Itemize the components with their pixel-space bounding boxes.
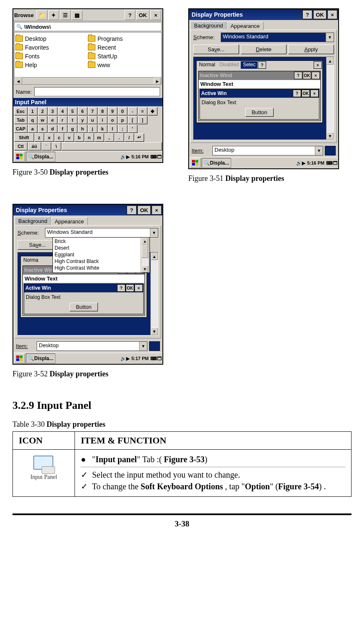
taskbar-item-display[interactable]: 🔍 Displa... [202, 158, 231, 168]
scheme-combo[interactable]: Windows Standard ▼ [45, 228, 158, 238]
save-button[interactable]: Save... [193, 45, 239, 54]
scroll-down-icon[interactable]: ▼ [142, 265, 148, 273]
list-item[interactable]: High Contrast White [53, 265, 149, 271]
scroll-up-icon[interactable]: ▲ [151, 253, 158, 260]
tab-background[interactable]: Background [15, 217, 51, 225]
tray-icon[interactable]: 🔊 [120, 356, 126, 361]
help-button[interactable]: ? [125, 10, 135, 20]
key[interactable]: 0 [118, 107, 127, 115]
close-button[interactable]: × [327, 10, 337, 19]
folder-item[interactable]: Help [15, 60, 88, 69]
tab-appearance[interactable]: Appearance [51, 217, 87, 225]
scroll-down-icon[interactable]: ▼ [327, 132, 334, 140]
tray-icon[interactable]: ▶ [126, 356, 130, 361]
key[interactable]: z [35, 133, 44, 142]
scroll-up-icon[interactable]: ▲ [327, 57, 334, 65]
dropdown-icon[interactable]: ▼ [139, 342, 147, 351]
tab-appearance[interactable]: Appearance [227, 22, 263, 30]
key[interactable]: d [48, 125, 57, 133]
key[interactable]: u [88, 116, 97, 124]
dropdown-icon[interactable]: ▼ [315, 146, 323, 155]
scroll-down-icon[interactable]: ▼ [151, 328, 158, 335]
key[interactable]: j [88, 125, 97, 133]
key[interactable]: t [68, 116, 77, 124]
tray-icon[interactable]: 🔊 [120, 154, 126, 160]
key-esc[interactable]: Esc [14, 107, 27, 115]
folder-item[interactable]: Fonts [15, 52, 88, 60]
item-combo[interactable]: Desktop ▼ [212, 146, 323, 155]
dropdown-icon[interactable]: ▼ [150, 228, 158, 237]
taskbar-item-display[interactable]: 🔍 Displa... [26, 353, 55, 363]
key[interactable]: c [55, 133, 64, 142]
folder-item[interactable]: Desktop [15, 34, 88, 43]
apply-button[interactable]: Apply [288, 45, 334, 54]
list-item[interactable]: High Contrast Black [53, 258, 149, 265]
scroll-right-icon[interactable]: ► [154, 78, 161, 85]
key[interactable]: n [85, 133, 94, 142]
vertical-scrollbar[interactable]: ▲ ▼ [326, 57, 334, 140]
file-list[interactable]: Desktop Favorites Fonts Help Programs Re… [14, 32, 162, 85]
list-scrollbar[interactable]: ▲ ▼ [140, 238, 150, 273]
key[interactable]: g [68, 125, 77, 133]
key[interactable]: p [118, 116, 127, 124]
key[interactable]: [ [128, 116, 137, 124]
key[interactable]: ] [138, 116, 147, 124]
list-item[interactable]: Eggplant [53, 251, 149, 258]
color-swatch[interactable] [325, 146, 336, 155]
vertical-scrollbar[interactable]: ▲ ▼ [150, 253, 158, 335]
key[interactable]: v [65, 133, 74, 142]
details-view-button[interactable]: ▦ [72, 10, 82, 20]
key-backspace[interactable]: ◆ [148, 107, 157, 115]
start-button[interactable] [14, 353, 25, 363]
close-button[interactable]: × [150, 10, 161, 20]
key[interactable]: i [98, 116, 107, 124]
key-tab[interactable]: Tab [14, 116, 27, 124]
key[interactable]: 9 [108, 107, 117, 115]
key[interactable]: 2 [38, 107, 47, 115]
list-view-button[interactable]: ☰ [60, 10, 71, 20]
desktop-icon[interactable]: 🗔 [333, 160, 337, 165]
key[interactable]: k [98, 125, 107, 133]
key[interactable]: 5 [68, 107, 77, 115]
key[interactable]: 4 [58, 107, 67, 115]
dropdown-icon[interactable]: ▼ [326, 33, 334, 42]
scheme-dropdown-list[interactable]: Brick Desert Eggplant High Contrast Blac… [52, 237, 150, 273]
scroll-left-icon[interactable]: ◄ [15, 78, 22, 85]
key[interactable]: 8 [98, 107, 107, 115]
tray-icon[interactable]: ▶ [126, 154, 130, 160]
key[interactable]: - [128, 107, 137, 115]
key[interactable]: h [78, 125, 87, 133]
folder-item[interactable]: Recent [88, 43, 160, 52]
address-bar[interactable]: 🔍 \Windows\ [14, 22, 162, 31]
tab-background[interactable]: Background [190, 21, 227, 30]
scroll-up-icon[interactable]: ▲ [142, 238, 148, 245]
start-button[interactable] [190, 158, 201, 168]
scheme-combo[interactable]: Windows Standard ▼ [221, 33, 334, 42]
ok-button[interactable]: OK [313, 10, 327, 19]
key-ctrl[interactable]: Ctl [14, 142, 27, 150]
color-swatch[interactable] [149, 341, 160, 351]
key-enter[interactable]: ↵ [135, 133, 144, 142]
key[interactable]: / [125, 133, 134, 142]
key[interactable]: \ [52, 142, 61, 150]
name-input[interactable] [34, 87, 160, 96]
sip-icon[interactable]: ⌨ [326, 160, 333, 166]
soft-keyboard[interactable]: Esc 1 2 3 4 5 6 7 8 9 0 - = ◆ Tab [13, 106, 162, 151]
key[interactable]: 7 [88, 107, 97, 115]
ok-button[interactable]: OK [137, 205, 151, 215]
key[interactable]: a [28, 125, 37, 133]
key[interactable]: ' [128, 125, 137, 133]
key-space[interactable] [62, 142, 162, 150]
key[interactable]: f [58, 125, 67, 133]
key[interactable]: w [38, 116, 47, 124]
key[interactable]: l [108, 125, 117, 133]
list-item[interactable]: Brick [53, 238, 149, 245]
help-button[interactable]: ? [127, 205, 137, 215]
key-shift[interactable]: Shift [14, 133, 34, 142]
key[interactable]: o [108, 116, 117, 124]
horizontal-scrollbar[interactable]: ◄ ► [15, 77, 161, 84]
key[interactable]: . [115, 133, 124, 142]
key[interactable]: = [138, 107, 147, 115]
key[interactable]: q [28, 116, 37, 124]
key-caps[interactable]: CAP [14, 125, 27, 133]
